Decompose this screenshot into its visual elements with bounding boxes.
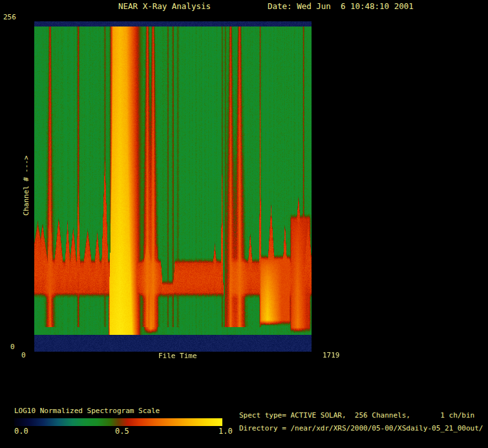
x-axis-min-tick: 0 xyxy=(21,352,26,359)
y-axis-min-tick: 0 xyxy=(10,343,15,351)
colorbar-tick-05: 0.5 xyxy=(115,427,129,436)
y-axis-label: Channel # ---> xyxy=(23,131,30,240)
spect-type-info: Spect type= ACTIVE SOLAR, 256 Channels, … xyxy=(239,412,474,420)
spectrogram-heatmap xyxy=(34,21,312,352)
directory-info: Directory = /near/xdr/XRS/2000/05-00/XSd… xyxy=(239,425,483,432)
colorbar-tick-1: 1.0 xyxy=(218,427,233,436)
x-axis-label: File Time xyxy=(158,352,197,360)
x-axis-max-tick: 1719 xyxy=(323,352,340,359)
date-label: Date: Wed Jun 6 10:48:10 2001 xyxy=(268,2,414,11)
page-title: NEAR X-Ray Analysis xyxy=(118,2,211,11)
colorbar-tick-0: 0.0 xyxy=(14,427,28,436)
y-axis-max-tick: 256 xyxy=(3,14,16,21)
colorbar-gradient xyxy=(14,418,222,426)
colorbar-title: LOG10 Normalized Spectrogram Scale xyxy=(14,407,160,415)
near-xray-analysis-window: NEAR X-Ray Analysis Date: Wed Jun 6 10:4… xyxy=(0,0,488,448)
